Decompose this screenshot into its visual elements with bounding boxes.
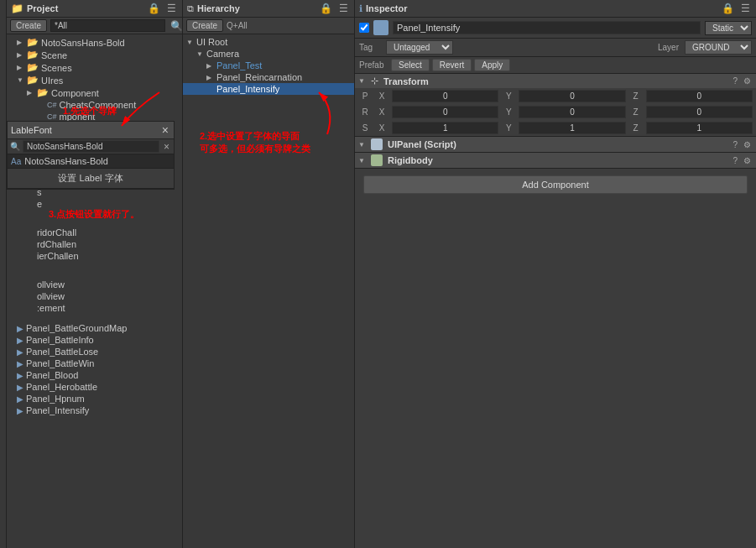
transform-header[interactable]: ▼ ⊹ Transform ? ⚙ [355, 74, 756, 88]
r-label: R [358, 107, 372, 117]
select-button[interactable]: Select [391, 59, 430, 71]
uipanel-header[interactable]: ▼ UIPanel (Script) ? ⚙ [355, 137, 756, 152]
px-input[interactable] [392, 90, 498, 102]
tree-item-intensify[interactable]: ▶ Panel_Intensify [7, 404, 182, 416]
inspector-icon: ℹ [359, 3, 362, 14]
inspector-header: ℹ Inspector 🔒 ☰ [355, 0, 756, 18]
font-search-input[interactable] [23, 140, 159, 153]
tree-item-uires[interactable]: ▼ 📂 UIres [7, 74, 182, 86]
arrow-expanded-icon: ▼ [17, 76, 27, 84]
inspector-name-row: Static [355, 18, 756, 39]
uipanel-help-icon[interactable]: ? [731, 140, 739, 149]
arrow-icon: ▶ [17, 64, 27, 71]
tree-item-e[interactable]: e [7, 198, 182, 210]
rigidbody-help-icon[interactable]: ? [731, 156, 739, 165]
project-search-input[interactable] [50, 19, 165, 32]
inspector-lock-icon[interactable]: 🔒 [720, 3, 736, 14]
transform-p-row: P X Y Z [355, 88, 756, 104]
tree-item-ollview2[interactable]: ollview [7, 290, 182, 302]
font-search-icon: 🔍 [10, 142, 20, 151]
folder-icon: 📂 [27, 37, 39, 48]
tag-label: Tag [359, 43, 383, 52]
inspector-panel: ℹ Inspector 🔒 ☰ Static Tag Untagged Laye… [355, 0, 756, 548]
project-panel-icon: 📁 [11, 3, 23, 14]
pz-input[interactable] [646, 90, 753, 102]
object-name-field[interactable] [393, 21, 701, 34]
font-selected-item[interactable]: Aa NotoSansHans-Bold [8, 154, 174, 169]
tree-item-battlelose[interactable]: ▶ Panel_BattleLose [7, 346, 182, 358]
hierarchy-lock-icon[interactable]: 🔒 [318, 3, 334, 14]
rz-input[interactable] [646, 106, 753, 118]
uipanel-settings-icon[interactable]: ⚙ [742, 140, 753, 149]
transform-help-icon[interactable]: ? [731, 76, 739, 86]
hierarchy-item-panel-intensify[interactable]: Panel_Intensify [183, 83, 354, 95]
p-label: P [358, 91, 372, 101]
tree-item-herobattle[interactable]: ▶ Panel_Herobattle [7, 381, 182, 393]
revert-button[interactable]: Revert [432, 59, 472, 71]
hierarchy-item-uiroot[interactable]: ▼ UI Root [183, 36, 354, 48]
project-create-button[interactable]: Create [10, 19, 47, 32]
font-clear-icon[interactable]: × [162, 141, 171, 153]
hierarchy-menu-icon[interactable]: ☰ [337, 3, 350, 14]
hierarchy-create-button[interactable]: Create [186, 19, 223, 32]
hierarchy-item-panel-test[interactable]: ▶ Panel_Test [183, 60, 354, 71]
tree-item-scenes[interactable]: ▶ 📂 Scenes [7, 61, 182, 74]
hierarchy-search-divider: Q+All [227, 21, 248, 30]
layer-dropdown[interactable]: GROUND [685, 40, 752, 55]
x-label: X [373, 91, 391, 101]
tree-item-rdchallen[interactable]: rdChallen [7, 238, 182, 250]
project-toolbar: Create 🔍 ⚙ [7, 18, 182, 34]
tree-item-element[interactable]: :ement [7, 302, 182, 314]
arrow-expanded-icon: ▼ [186, 39, 196, 46]
rigidbody-icon [371, 154, 383, 166]
tree-item-battlegroundmap[interactable]: ▶ Panel_BattleGroundMap [7, 322, 182, 334]
tree-item-blood[interactable]: ▶ Panel_Blood [7, 369, 182, 381]
transform-settings-icon[interactable]: ⚙ [742, 76, 753, 86]
sz-z-label: Z [627, 123, 645, 133]
object-active-checkbox[interactable] [359, 23, 369, 33]
transform-arrow-icon: ▼ [358, 77, 368, 85]
tag-dropdown[interactable]: Untagged [386, 40, 453, 55]
prefab-icon: ▶ [17, 359, 23, 368]
transform-s-row: S X Y Z [355, 120, 756, 136]
sy-input[interactable] [519, 122, 625, 134]
tree-item-ridorchall[interactable]: ridorChall [7, 227, 182, 238]
font-label-area: 设置 Label 字体 [8, 169, 174, 189]
tree-item-battleinfo[interactable]: ▶ Panel_BattleInfo [7, 334, 182, 346]
project-panel: 📁 Project 🔒 ☰ Create 🔍 ⚙ ▶ 📂 NotoSansHan… [7, 0, 183, 548]
arrow-icon: ▶ [17, 51, 27, 59]
inspector-menu-icon[interactable]: ☰ [739, 3, 752, 14]
project-panel-lock[interactable]: 🔒 [146, 3, 162, 14]
hierarchy-item-camera[interactable]: ▼ Camera [183, 48, 354, 60]
sz-input[interactable] [646, 122, 753, 134]
arrow-icon: ▶ [206, 74, 216, 81]
tree-item-component[interactable]: ▶ 📂 Component [7, 86, 182, 99]
sx-x-label: X [373, 123, 391, 133]
project-panel-header: 📁 Project 🔒 ☰ [7, 0, 182, 18]
rigidbody-header[interactable]: ▼ Rigidbody ? ⚙ [355, 153, 756, 168]
static-dropdown[interactable]: Static [705, 21, 752, 35]
py-input[interactable] [519, 90, 625, 102]
add-component-button[interactable]: Add Component [363, 175, 748, 194]
hierarchy-panel-header: ⧉ Hierarchy 🔒 ☰ [183, 0, 354, 18]
ry-input[interactable] [519, 106, 625, 118]
project-panel-menu[interactable]: ☰ [165, 3, 178, 14]
hierarchy-item-panel-reincarnation[interactable]: ▶ Panel_Reincarnation [183, 71, 354, 83]
tree-item-cheats[interactable]: C# CheatsComponent [7, 99, 182, 111]
tree-item-notosanshans[interactable]: ▶ 📂 NotoSansHans-Bold [7, 36, 182, 49]
tree-item-scene[interactable]: ▶ 📂 Scene [7, 49, 182, 61]
sx-input[interactable] [392, 122, 498, 134]
tree-item-battlewin[interactable]: ▶ Panel_BattleWin [7, 358, 182, 369]
tree-item-ierchallen[interactable]: ierChallen [7, 250, 182, 262]
font-selector-close[interactable]: × [160, 123, 170, 137]
ry-y-label: Y [499, 107, 518, 117]
rx-input[interactable] [392, 106, 498, 118]
tree-item-ollview1[interactable]: ollview [7, 279, 182, 290]
rigidbody-settings-icon[interactable]: ⚙ [742, 156, 753, 165]
transform-section: ▼ ⊹ Transform ? ⚙ P X Y Z R X Y [355, 74, 756, 137]
tree-item-hpnum[interactable]: ▶ Panel_Hpnum [7, 393, 182, 404]
apply-button[interactable]: Apply [474, 59, 510, 71]
font-selector-input-row: 🔍 × [8, 139, 174, 154]
uipanel-icon [371, 138, 383, 150]
arrow-icon: ▶ [17, 39, 27, 46]
